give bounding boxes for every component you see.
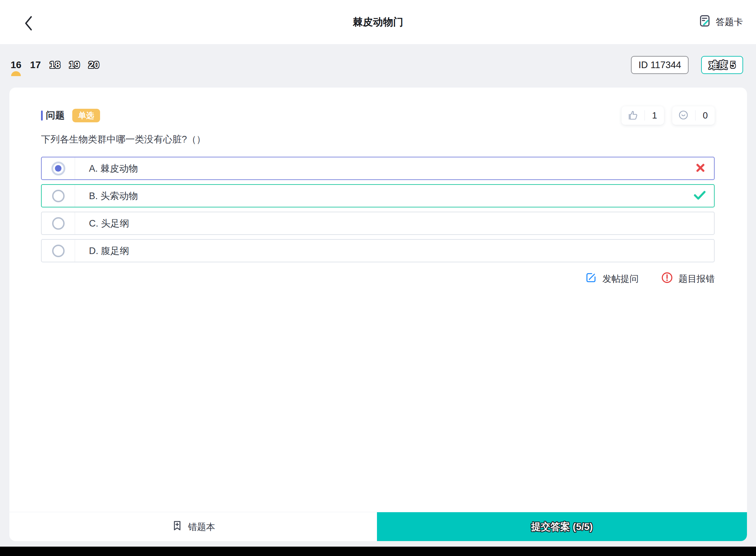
wrong-book-label: 错题本 [188, 521, 215, 533]
post-question-label: 发帖提问 [602, 273, 639, 285]
report-error-button[interactable]: 题目报错 [661, 271, 715, 286]
radio-icon[interactable] [52, 245, 65, 257]
option-a[interactable]: A. 棘皮动物 [41, 157, 715, 180]
radio-cell [42, 240, 75, 262]
tab-question-20[interactable]: 20 [88, 59, 100, 71]
section-accent-bar [41, 111, 43, 121]
reaction-buttons: 1 0 [622, 106, 715, 125]
option-label: C. 头足纲 [75, 212, 129, 234]
post-edit-icon [585, 271, 597, 286]
radio-selected-icon[interactable] [51, 162, 65, 175]
home-indicator-area [0, 547, 756, 556]
like-button[interactable]: 1 [622, 106, 664, 125]
tab-question-18[interactable]: 18 [49, 59, 61, 71]
radio-icon[interactable] [52, 190, 65, 202]
tab-label: 17 [30, 59, 41, 70]
smiley-icon [678, 110, 689, 121]
submit-answer-label: 提交答案 (5/5) [531, 521, 593, 532]
radio-icon[interactable] [52, 217, 65, 230]
page-title: 棘皮动物门 [0, 0, 756, 44]
single-choice-badge: 单选 [72, 109, 100, 122]
tab-label: 18 [49, 59, 60, 70]
tab-question-17[interactable]: 17 [29, 59, 42, 71]
options-list: A. 棘皮动物 B. 头索动物 [41, 157, 715, 262]
radio-cell [42, 185, 75, 207]
option-label: D. 腹足纲 [75, 240, 129, 262]
question-id-badge: ID 117344 [631, 56, 689, 74]
option-label: B. 头索动物 [75, 185, 138, 207]
wrong-book-button[interactable]: 错题本 [9, 512, 377, 541]
difficulty-badge: 难度 5 [701, 56, 743, 74]
tab-label: 20 [88, 59, 99, 70]
question-header: 问题 单选 1 [41, 106, 715, 125]
question-card: 问题 单选 1 [9, 88, 747, 541]
bottom-action-bar: 错题本 提交答案 (5/5) [9, 512, 747, 541]
submit-answer-button[interactable]: 提交答案 (5/5) [377, 512, 747, 541]
wrong-x-icon [695, 162, 706, 175]
tab-question-16[interactable]: 16 [10, 59, 22, 71]
quiz-screen: 棘皮动物门 答题卡 16 17 [0, 0, 756, 556]
answer-card-label: 答题卡 [716, 16, 743, 28]
report-error-label: 题目报错 [679, 273, 715, 285]
correct-check-icon [693, 190, 706, 202]
option-d[interactable]: D. 腹足纲 [41, 239, 715, 262]
question-tabs: 16 17 18 19 20 [10, 59, 107, 71]
question-actions: 发帖提问 题目报错 [41, 271, 715, 286]
answer-card-icon [698, 14, 711, 30]
question-nav-bar: 16 17 18 19 20 ID 117344 难度 5 [0, 44, 756, 86]
smile-button[interactable]: 0 [672, 106, 715, 125]
tab-label: 16 [10, 59, 21, 70]
tab-label: 19 [69, 59, 80, 70]
top-bar: 棘皮动物门 答题卡 [0, 0, 756, 44]
thumbs-up-icon [627, 110, 638, 121]
radio-cell [42, 212, 75, 234]
option-label: A. 棘皮动物 [75, 157, 138, 179]
option-b[interactable]: B. 头索动物 [41, 184, 715, 207]
radio-cell [42, 157, 75, 179]
difficulty-label: 难度 5 [709, 59, 736, 71]
question-meta: ID 117344 难度 5 [631, 56, 743, 74]
active-tab-indicator [11, 71, 21, 76]
divider [644, 110, 645, 121]
report-warning-icon [661, 271, 673, 286]
smile-count: 0 [702, 110, 709, 121]
post-question-button[interactable]: 发帖提问 [585, 271, 639, 286]
option-c[interactable]: C. 头足纲 [41, 212, 715, 235]
section-title: 问题 [46, 109, 65, 122]
question-section: 问题 单选 [41, 109, 100, 122]
tab-question-19[interactable]: 19 [68, 59, 81, 71]
divider [695, 110, 696, 121]
bookmark-plus-icon [171, 520, 183, 534]
question-text: 下列各生物类群中哪一类没有心脏?（） [41, 132, 715, 147]
like-count: 1 [651, 110, 658, 121]
answer-card-button[interactable]: 答题卡 [698, 0, 743, 44]
